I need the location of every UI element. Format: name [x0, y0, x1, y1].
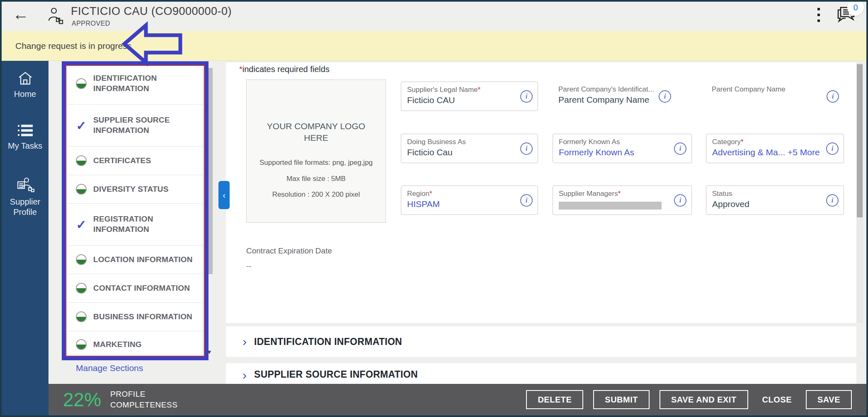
- submit-button[interactable]: SUBMIT: [593, 390, 650, 409]
- section-item-registration-information[interactable]: ✓ REGISTRATION INFORMATION: [68, 204, 202, 246]
- field-formerly-known-as[interactable]: Formerly Known As Formerly Known As i: [553, 134, 692, 163]
- scroll-down-icon[interactable]: ▼: [204, 349, 214, 355]
- half-complete-status-icon: [76, 339, 87, 350]
- field-value: Approved: [712, 199, 838, 209]
- field-value: Ficticio CAU: [407, 95, 532, 105]
- section-item-location-information[interactable]: LOCATION INFORMATION: [68, 246, 202, 274]
- logo-formats-text: Supported file formats: png, jpeg,jpg: [259, 158, 373, 167]
- field-parent-company-name[interactable]: Parent Company Name i: [706, 82, 844, 111]
- nav-label-supplier-profile: Supplier Profile: [7, 197, 44, 217]
- half-complete-status-icon: [76, 78, 87, 89]
- supplier-profile-window: ← FICTICIO CAU (CO9000000-0) APPROVED 0: [0, 0, 868, 417]
- section-item-identification-information[interactable]: IDENTIFICATION INFORMATION: [68, 63, 202, 105]
- header-bar: ← FICTICIO CAU (CO9000000-0) APPROVED 0: [2, 2, 866, 31]
- notification-count-badge: 0: [847, 0, 864, 16]
- main-scrollbar[interactable]: [856, 63, 863, 323]
- company-logo-upload[interactable]: YOUR COMPANY LOGO HERE Supported file fo…: [246, 80, 386, 223]
- contract-expiration-value: --: [246, 262, 252, 271]
- section-item-contact-information[interactable]: CONTACT INFORMATION: [68, 274, 202, 303]
- section-item-business-information[interactable]: BUSINESS INFORMATION: [68, 303, 202, 331]
- field-value-link[interactable]: Formerly Known As: [559, 147, 686, 157]
- page-title: FICTICIO CAU (CO9000000-0): [71, 5, 232, 18]
- home-icon: [17, 71, 33, 86]
- info-icon[interactable]: i: [520, 90, 533, 103]
- collapsed-section-supplier-source-information[interactable]: › SUPPLIER SOURCE INFORMATION: [226, 363, 856, 384]
- collapsed-section-identification-information[interactable]: › IDENTIFICATION INFORMATION: [226, 326, 856, 357]
- half-complete-status-icon: [76, 184, 87, 195]
- info-icon[interactable]: i: [674, 142, 686, 155]
- check-complete-status-icon: ✓: [76, 118, 87, 133]
- logo-resolution-text: Resolution : 200 X 200 pixel: [272, 190, 360, 199]
- collapse-panel-button[interactable]: ‹: [218, 181, 230, 209]
- half-complete-status-icon: [76, 283, 87, 294]
- info-icon[interactable]: i: [826, 194, 839, 207]
- manage-sections-link[interactable]: Manage Sections: [76, 363, 143, 373]
- main-scrollbar-thumb[interactable]: [857, 64, 863, 217]
- field-suppliers-legal-name[interactable]: Supplier's Legal Name* Ficticio CAU i: [401, 82, 538, 111]
- supplier-org-icon: [46, 7, 64, 25]
- banner-message: Change request is in progress: [15, 41, 131, 51]
- save-button[interactable]: SAVE: [806, 390, 852, 409]
- section-item-diversity-status[interactable]: DIVERSITY STATUS: [68, 175, 202, 204]
- left-nav: Home My Tasks Su: [2, 61, 48, 415]
- info-icon[interactable]: i: [827, 90, 839, 103]
- nav-label-my-tasks: My Tasks: [7, 141, 44, 151]
- footer-action-bar: 22% PROFILECOMPLETENESS DELETE SUBMIT SA…: [48, 384, 866, 415]
- redacted-value-bar: [559, 202, 662, 210]
- nav-item-supplier-profile[interactable]: Supplier Profile: [2, 177, 48, 217]
- supplier-status-label: APPROVED: [72, 20, 110, 27]
- field-status[interactable]: Status Approved i: [706, 186, 844, 215]
- sections-scrollbar-thumb[interactable]: [206, 68, 213, 274]
- footer-buttons: DELETE SUBMIT SAVE AND EXIT CLOSE SAVE: [526, 390, 852, 409]
- close-button[interactable]: CLOSE: [758, 390, 796, 409]
- required-fields-note: *indicates required fields: [239, 65, 330, 74]
- change-request-banner: Change request is in progress: [2, 31, 866, 61]
- field-value-link[interactable]: Advertising & Ma... +5 More: [712, 147, 838, 157]
- profile-completeness-value: 22%: [63, 388, 101, 411]
- nav-label-home: Home: [7, 89, 44, 99]
- nav-item-home[interactable]: Home: [2, 71, 48, 99]
- chevron-right-icon: ›: [242, 369, 247, 381]
- field-value-link[interactable]: HISPAM: [407, 199, 532, 209]
- logo-placeholder-text: YOUR COMPANY LOGO HERE: [255, 121, 377, 144]
- section-item-certificates[interactable]: CERTIFICATES: [68, 147, 202, 175]
- logo-max-size-text: Max file size : 5MB: [286, 175, 346, 183]
- info-icon[interactable]: i: [826, 142, 839, 155]
- nav-item-my-tasks[interactable]: My Tasks: [2, 123, 48, 151]
- tasks-list-icon: [17, 123, 34, 137]
- contract-expiration-label: Contract Expiration Date: [246, 246, 332, 256]
- info-icon[interactable]: i: [659, 90, 671, 103]
- field-region[interactable]: Region* HISPAM i: [401, 186, 538, 215]
- info-icon[interactable]: i: [520, 142, 533, 155]
- field-value: Ficticio Cau: [407, 147, 532, 157]
- profile-completeness-label: PROFILECOMPLETENESS: [110, 389, 177, 410]
- section-item-supplier-source-information[interactable]: ✓ SUPPLIER SOURCE INFORMATION: [68, 105, 202, 147]
- field-doing-business-as[interactable]: Doing Business As Ficticio Cau i: [401, 134, 538, 163]
- field-supplier-managers[interactable]: Supplier Managers* i: [553, 186, 692, 215]
- check-complete-status-icon: ✓: [76, 217, 87, 232]
- back-arrow-icon[interactable]: ←: [12, 5, 29, 24]
- save-and-exit-button[interactable]: SAVE AND EXIT: [659, 390, 748, 409]
- chevron-left-icon: ‹: [223, 190, 225, 200]
- sections-list: IDENTIFICATION INFORMATION ✓ SUPPLIER SO…: [68, 63, 202, 358]
- sections-scrollbar[interactable]: [206, 63, 213, 358]
- info-icon[interactable]: i: [674, 194, 686, 207]
- half-complete-status-icon: [76, 311, 87, 322]
- info-icon[interactable]: i: [520, 194, 533, 207]
- section-item-marketing[interactable]: MARKETING: [68, 331, 202, 358]
- field-category[interactable]: Category* Advertising & Ma... +5 More i: [706, 134, 844, 163]
- field-parent-company-identification[interactable]: Parent Company's Identificat... Parent C…: [553, 82, 692, 111]
- delete-button[interactable]: DELETE: [526, 390, 583, 409]
- more-options-icon[interactable]: [814, 8, 823, 22]
- half-complete-status-icon: [76, 254, 87, 265]
- supplier-profile-icon: [16, 177, 34, 193]
- half-complete-status-icon: [76, 155, 87, 166]
- chevron-right-icon: ›: [242, 335, 247, 348]
